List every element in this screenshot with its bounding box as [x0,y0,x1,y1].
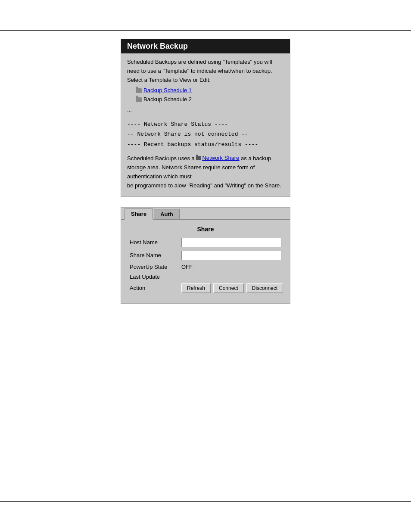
intro-text: Scheduled Backups are defined using "Tem… [127,58,284,84]
last-update-label: Last Update [130,274,181,280]
panel-description: Scheduled Backups uses a Network Share a… [127,154,284,190]
host-name-label: Host Name [130,239,181,246]
status-line-1: ---- Network Share Status ---- [127,119,284,129]
action-row: Action Refresh Connect Disconnect [130,283,281,293]
disconnect-button[interactable]: Disconnect [246,283,283,293]
powerup-state-value: OFF [181,264,193,270]
schedule-list: Backup Schedule 1 Backup Schedule 2 [127,86,284,104]
folder-icon-1 [136,88,142,93]
network-share-icon-inline: Network Share [196,154,239,163]
share-form: Share Host Name Share Name PowerUp State… [121,226,290,303]
share-name-row: Share Name [130,251,281,260]
network-backup-panel: Network Backup Scheduled Backups are def… [121,39,290,197]
ellipsis-text: ... [127,106,284,115]
top-border [0,30,411,31]
share-name-label: Share Name [130,252,181,258]
tab-share[interactable]: Share [125,208,153,220]
backup-schedule-1-link[interactable]: Backup Schedule 1 [143,86,192,95]
schedule-item-2: Backup Schedule 2 [136,95,284,104]
schedule-item-1: Backup Schedule 1 [136,86,284,95]
desc-part1: Scheduled Backups uses a [127,155,196,162]
status-block: ---- Network Share Status ---- -- Networ… [127,119,284,149]
desc-part3: be programmed to alow "Reading" and "Wri… [127,182,281,189]
refresh-button[interactable]: Refresh [181,283,211,293]
form-section-title: Share [130,226,281,233]
backup-schedule-2-label: Backup Schedule 2 [143,95,192,104]
tab-bar: Share Auth [121,208,290,220]
panel-title: Network Backup [121,39,290,53]
folder-icon-inline [196,156,201,160]
folder-icon-2 [136,97,142,102]
last-update-row: Last Update [130,274,281,280]
connect-button[interactable]: Connect [213,283,244,293]
bottom-border [0,501,411,502]
network-share-link[interactable]: Network Share [202,154,239,163]
action-label: Action [130,285,181,291]
powerup-state-row: PowerUp State OFF [130,264,281,270]
share-name-input[interactable] [181,251,281,260]
status-line-2: -- Network Share is not connected -- [127,129,284,139]
share-auth-panel: Share Auth Share Host Name Share Name Po… [121,207,290,304]
action-buttons: Refresh Connect Disconnect [181,283,283,293]
powerup-state-label: PowerUp State [130,264,181,270]
host-name-row: Host Name [130,238,281,247]
tab-auth[interactable]: Auth [154,209,180,220]
status-line-3: ---- Recent backups status/results ---- [127,140,284,149]
host-name-input[interactable] [181,238,281,247]
